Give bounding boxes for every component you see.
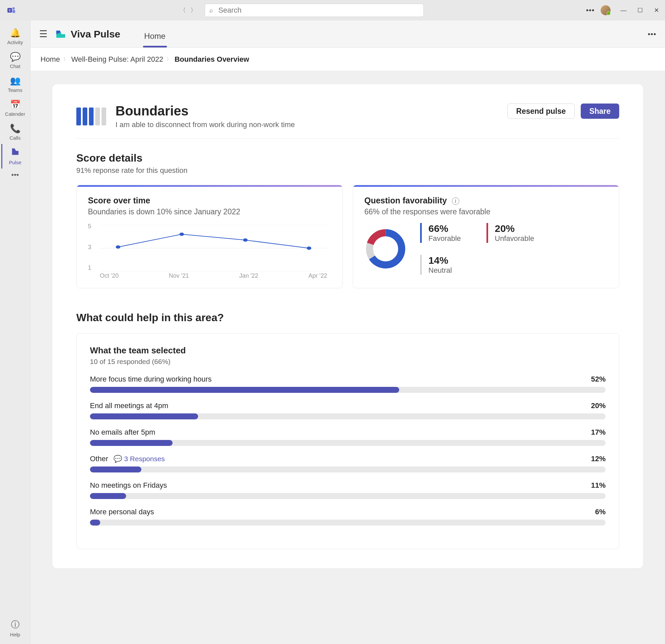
hamburger-button[interactable]: ☰ (39, 29, 48, 39)
help-row: Other💬 3 Responses12% (90, 455, 606, 472)
help-row-percent: 11% (591, 481, 606, 490)
svg-point-7 (116, 246, 120, 249)
rail-more[interactable]: ••• (1, 169, 28, 184)
chat-icon: 💬 (10, 52, 21, 62)
maximize-button[interactable]: ☐ (636, 6, 644, 15)
more-icon: ••• (11, 171, 19, 179)
score-details-subtitle: 91% reponse rate for this question (76, 166, 619, 175)
score-line-chart: 531 Oct '20Nov '21Jan '22Apr '22 (88, 223, 331, 279)
help-row-bar (90, 519, 606, 526)
page-title: Boundaries (115, 103, 295, 118)
rail-label: Help (10, 632, 20, 637)
rail-label: Calls (10, 135, 21, 141)
titlebar-right: ••• — ☐ ✕ (586, 5, 661, 15)
help-row-label: More focus time during working hours (90, 375, 212, 383)
app-header: ☰ Viva Pulse Home ••• (31, 21, 665, 48)
rail-activity[interactable]: 🔔 Activity (1, 24, 28, 49)
rail-label: Teams (7, 87, 22, 93)
help-row-bar (90, 493, 606, 499)
tab-home[interactable]: Home (140, 32, 170, 48)
favorability-legend: 66% Favorable 20% Unfavorable 14% Neutra… (420, 223, 601, 275)
svg-text:T: T (8, 9, 11, 12)
score-over-time-subtitle: Boundaries is down 10% since January 202… (88, 207, 331, 216)
help-row-label: Other (90, 455, 108, 463)
svg-point-8 (179, 232, 184, 236)
score-over-time-title: Score over time (88, 196, 331, 205)
help-row: No emails after 5pm17% (90, 428, 606, 446)
teams-logo-icon: T (7, 6, 16, 15)
tab-bar: Home (140, 21, 170, 48)
rail-pulse[interactable]: Pulse (1, 144, 28, 169)
help-row-bar (90, 387, 606, 393)
svg-point-10 (307, 247, 311, 250)
page-header: Boundaries I am able to disconnect from … (76, 103, 619, 139)
breadcrumb-home[interactable]: Home (40, 55, 60, 64)
chevron-right-icon: 〉 (63, 56, 68, 62)
rail-label: Activity (7, 39, 23, 45)
legend-unfavorable: 20% Unfavorable (487, 223, 534, 243)
help-row-percent: 12% (591, 455, 606, 463)
title-bar: T 〈 〉 ⌕ ••• — ☐ ✕ (0, 0, 665, 21)
share-button[interactable]: Share (581, 103, 619, 119)
help-row-bar (90, 440, 606, 446)
svg-point-1 (13, 7, 15, 10)
rail-label: Calender (5, 111, 25, 117)
page-subtitle: I am able to disconnect from work during… (115, 120, 295, 129)
user-avatar[interactable] (601, 5, 611, 15)
left-rail: 🔔 Activity 💬 Chat 👥 Teams 📅 Calender 📞 C… (0, 21, 31, 644)
help-row-percent: 52% (591, 375, 606, 383)
help-row-label: More personal days (90, 508, 154, 516)
boundaries-icon (76, 108, 106, 126)
resend-pulse-button[interactable]: Resend pulse (507, 103, 575, 119)
favorability-donut-chart (364, 228, 407, 270)
svg-rect-2 (13, 10, 15, 13)
favorability-subtitle: 66% of the responses were favorable (364, 207, 608, 216)
bell-icon: 🔔 (10, 28, 21, 38)
minimize-button[interactable]: — (619, 6, 628, 15)
content-card: Boundaries I am able to disconnect from … (53, 84, 643, 568)
nav-arrows: 〈 〉 (178, 6, 198, 15)
help-card-subtitle: 10 of 15 responded (66%) (90, 358, 606, 366)
help-card: What the team selected 10 of 15 responde… (76, 333, 619, 549)
info-icon[interactable]: i (452, 197, 459, 205)
favorability-title: Question favorability i (364, 196, 608, 205)
comment-icon: 💬 (113, 455, 122, 463)
chevron-right-icon: 〉 (167, 56, 171, 62)
nav-back-button[interactable]: 〈 (178, 6, 188, 15)
main-content: Boundaries I am able to disconnect from … (31, 71, 665, 644)
rail-teams[interactable]: 👥 Teams (1, 72, 28, 96)
phone-icon: 📞 (10, 124, 21, 134)
search-input[interactable] (205, 4, 424, 17)
help-row-label: No emails after 5pm (90, 428, 155, 437)
breadcrumb: Home 〉 Well-Being Pulse: April 2022 〉 Bo… (31, 48, 665, 71)
close-button[interactable]: ✕ (652, 6, 661, 15)
help-row-label: End all meetings at 4pm (90, 401, 168, 410)
help-row-label: No meetings on Fridays (90, 481, 167, 490)
help-row: End all meetings at 4pm20% (90, 401, 606, 419)
help-row-percent: 6% (595, 508, 606, 516)
score-details-title: Score details (76, 152, 619, 164)
app-more-button[interactable]: ••• (648, 30, 657, 38)
help-row-percent: 17% (591, 428, 606, 437)
nav-forward-button[interactable]: 〉 (189, 6, 198, 15)
help-row: More personal days6% (90, 508, 606, 526)
rail-chat[interactable]: 💬 Chat (1, 49, 28, 72)
titlebar-more-button[interactable]: ••• (586, 6, 595, 15)
help-row: No meetings on Fridays11% (90, 481, 606, 499)
rail-help[interactable]: ⓘ Help (1, 615, 28, 641)
rail-label: Pulse (9, 159, 22, 165)
help-row-percent: 20% (591, 401, 606, 410)
breadcrumb-current: Boundaries Overview (174, 55, 249, 64)
breadcrumb-parent[interactable]: Well-Being Pulse: April 2022 (71, 55, 163, 64)
rail-calendar[interactable]: 📅 Calender (1, 96, 28, 120)
help-row-bar (90, 467, 606, 472)
score-cards: Score over time Boundaries is down 10% s… (76, 185, 619, 288)
favorability-card: Question favorability i 66% of the respo… (353, 185, 619, 288)
legend-neutral: 14% Neutral (420, 255, 601, 275)
calendar-icon: 📅 (10, 99, 21, 110)
responses-link[interactable]: 💬 3 Responses (113, 455, 165, 463)
rail-calls[interactable]: 📞 Calls (1, 120, 28, 144)
legend-favorable: 66% Favorable (420, 223, 467, 243)
search-wrapper: ⌕ (205, 4, 424, 17)
svg-point-9 (243, 239, 248, 242)
